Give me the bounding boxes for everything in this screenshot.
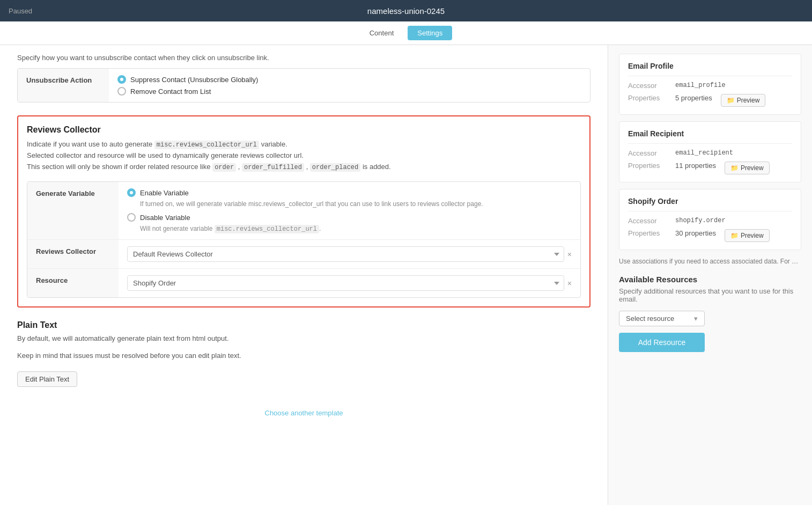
email-profile-props-value: 5 properties <box>675 94 712 102</box>
collector-select[interactable]: Default Reviews Collector <box>127 246 564 262</box>
available-resources-section: Available Resources Specify additional r… <box>619 275 801 361</box>
email-profile-props-label: Properties <box>628 94 671 102</box>
shopify-order-props-label: Properties <box>628 229 671 237</box>
resource-clear-btn[interactable]: × <box>567 279 572 288</box>
collector-row: Reviews Collector Default Reviews Collec… <box>27 240 580 269</box>
tab-settings[interactable]: Settings <box>408 26 452 40</box>
unsubscribe-row: Unsubscribe Action Suppress Contact (Uns… <box>18 69 590 102</box>
unsubscribe-option-remove[interactable]: Remove Contact from List <box>117 87 581 96</box>
shopify-order-card: Shopify Order Accessor shopify.order Pro… <box>619 189 801 250</box>
email-profile-accessor-row: Accessor email_profile <box>628 82 792 90</box>
plain-text-section: Plain Text By default, we will automatic… <box>17 320 590 387</box>
reviews-desc-line3: Selected collector and resource will be … <box>27 151 304 159</box>
reviews-desc-line4-suffix: is added. <box>363 163 391 171</box>
reviews-desc-var: misc.reviews_collector_url <box>154 141 259 149</box>
email-recipient-properties-row: Properties 11 properties 📁 Preview <box>628 162 792 174</box>
unsubscribe-options: Suppress Contact (Unsubscribe Globally) … <box>109 69 590 102</box>
shopify-order-accessor-label: Accessor <box>628 217 671 225</box>
enable-variable-option[interactable]: Enable Variable <box>127 188 572 197</box>
email-recipient-preview-label: Preview <box>741 164 764 172</box>
reviews-desc-line1: Indicate if you want use to auto generat… <box>27 140 152 148</box>
tab-content[interactable]: Content <box>360 26 404 40</box>
disable-variable-hint: Will not generate variable misc.reviews_… <box>127 225 572 233</box>
available-resources-title: Available Resources <box>619 275 801 284</box>
email-recipient-title: Email Recipient <box>628 129 792 138</box>
main-layout: Specify how you want to unsubscribe cont… <box>0 45 812 505</box>
email-recipient-accessor-value: email_recipient <box>675 149 733 157</box>
radio-enable-icon <box>127 188 136 197</box>
unsubscribe-label: Unsubscribe Action <box>18 69 109 102</box>
email-recipient-props-value: 11 properties <box>675 162 716 170</box>
email-recipient-accessor-row: Accessor email_recipient <box>628 149 792 157</box>
radio-disable-icon <box>127 213 136 222</box>
email-profile-accessor-label: Accessor <box>628 82 671 90</box>
preview-folder-icon3: 📁 <box>730 232 739 239</box>
reviews-desc-line4-prefix: This section will only be shown if order… <box>27 163 211 171</box>
reviews-code-order: order <box>212 163 236 172</box>
preview-folder-icon2: 📁 <box>730 164 739 172</box>
top-bar: Paused nameless-union-0245 <box>0 0 812 21</box>
page-title: nameless-union-0245 <box>367 6 445 16</box>
generate-variable-label: Generate Variable <box>27 182 119 239</box>
disable-variable-label: Disable Variable <box>140 214 190 222</box>
collector-clear-btn[interactable]: × <box>567 250 572 259</box>
divider <box>628 76 792 76</box>
reviews-desc-line2: variable. <box>261 140 287 148</box>
plain-text-desc1: By default, we will automatically genera… <box>17 333 590 344</box>
available-resources-desc: Specify additional resources that you wa… <box>619 287 801 303</box>
radio-remove-icon <box>117 87 126 96</box>
reviews-code-placed: order_placed <box>310 163 360 172</box>
generate-variable-row: Generate Variable Enable Variable If tur… <box>27 182 580 240</box>
divider3 <box>628 211 792 211</box>
reviews-settings-table: Generate Variable Enable Variable If tur… <box>27 181 581 298</box>
edit-plain-text-button[interactable]: Edit Plain Text <box>17 371 77 387</box>
select-resource-label: Select resource <box>626 314 674 323</box>
shopify-order-title: Shopify Order <box>628 197 792 206</box>
assoc-text: Use associations if you need to access a… <box>619 257 801 266</box>
resource-select[interactable]: Shopify Order <box>127 275 564 291</box>
shopify-order-preview-btn[interactable]: 📁 Preview <box>725 229 770 242</box>
disable-variable-option[interactable]: Disable Variable <box>127 213 572 222</box>
status-badge: Paused <box>9 7 32 15</box>
unsubscribe-table: Unsubscribe Action Suppress Contact (Uns… <box>17 68 590 103</box>
email-recipient-preview-btn[interactable]: 📁 Preview <box>725 162 770 174</box>
email-profile-properties-row: Properties 5 properties 📁 Preview <box>628 94 792 107</box>
reviews-collector-desc: Indicate if you want use to auto generat… <box>27 139 581 173</box>
resource-select-wrapper: Shopify Order × <box>127 275 572 291</box>
resource-label: Resource <box>27 269 119 297</box>
email-profile-title: Email Profile <box>628 62 792 70</box>
unsubscribe-option-remove-label: Remove Contact from List <box>130 87 211 96</box>
shopify-order-preview-label: Preview <box>741 232 764 239</box>
email-recipient-props-label: Properties <box>628 162 671 170</box>
tab-bar: Content Settings <box>0 21 812 45</box>
choose-template-link[interactable]: Choose another template <box>265 409 343 417</box>
email-profile-card: Email Profile Accessor email_profile Pro… <box>619 54 801 115</box>
reviews-code-fulfilled: order_fulfilled <box>242 163 304 172</box>
right-sidebar: Email Profile Accessor email_profile Pro… <box>608 45 812 505</box>
divider2 <box>628 143 792 144</box>
choose-template-area: Choose another template <box>17 408 590 417</box>
select-resource-dropdown[interactable]: Select resource ▾ <box>619 311 705 326</box>
reviews-collector-section: Reviews Collector Indicate if you want u… <box>17 115 590 308</box>
enable-variable-hint: If turned on, we will generate variable … <box>127 200 572 208</box>
email-recipient-card: Email Recipient Accessor email_recipient… <box>619 121 801 182</box>
email-recipient-accessor-label: Accessor <box>628 149 671 157</box>
unsubscribe-option-suppress-label: Suppress Contact (Unsubscribe Globally) <box>130 76 258 84</box>
collector-label: Reviews Collector <box>27 240 119 268</box>
radio-suppress-icon <box>117 75 126 84</box>
email-profile-accessor-value: email_profile <box>675 82 726 89</box>
add-resource-button[interactable]: Add Resource <box>619 333 705 352</box>
shopify-order-properties-row: Properties 30 properties 📁 Preview <box>628 229 792 242</box>
email-profile-preview-label: Preview <box>737 97 760 104</box>
resource-row: Resource Shopify Order × <box>27 269 580 297</box>
shopify-order-accessor-row: Accessor shopify.order <box>628 217 792 225</box>
reviews-collector-title: Reviews Collector <box>27 125 581 135</box>
resource-value-cell: Shopify Order × <box>119 269 580 297</box>
plain-text-desc2: Keep in mind that issues must be resolve… <box>17 350 590 361</box>
unsubscribe-desc: Specify how you want to unsubscribe cont… <box>17 54 590 62</box>
chevron-down-icon: ▾ <box>694 314 698 323</box>
preview-folder-icon: 📁 <box>727 97 735 104</box>
collector-value-cell: Default Reviews Collector × <box>119 240 580 268</box>
email-profile-preview-btn[interactable]: 📁 Preview <box>721 94 766 107</box>
unsubscribe-option-suppress[interactable]: Suppress Contact (Unsubscribe Globally) <box>117 75 581 84</box>
